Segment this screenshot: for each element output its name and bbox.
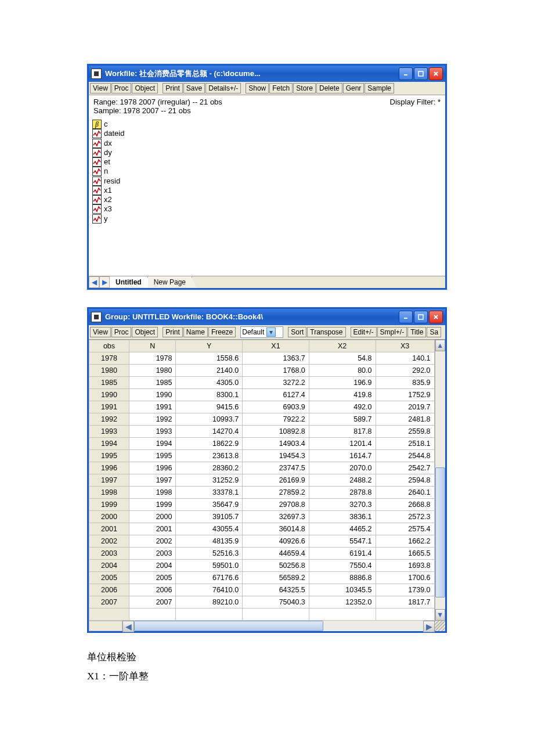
cell[interactable]: 14903.4: [243, 437, 309, 449]
cell[interactable]: 89210.0: [176, 596, 243, 608]
cell[interactable]: 1752.9: [376, 388, 434, 401]
cell[interactable]: 2572.3: [376, 510, 434, 523]
cell[interactable]: 1739.0: [376, 584, 434, 596]
horizontal-scrollbar[interactable]: ◀ ▶: [122, 621, 435, 631]
var-item-c[interactable]: βc: [92, 120, 442, 129]
cell[interactable]: 18622.9: [176, 437, 243, 449]
var-item-et[interactable]: et: [92, 157, 442, 167]
cell[interactable]: 1614.7: [309, 449, 376, 462]
cell[interactable]: 4465.2: [309, 523, 376, 535]
cell[interactable]: 1999: [129, 498, 176, 510]
cell[interactable]: 10892.8: [243, 425, 309, 437]
scroll-right-button[interactable]: ▶: [423, 621, 435, 632]
cell[interactable]: 2640.1: [376, 486, 434, 498]
scroll-track[interactable]: [435, 351, 445, 609]
titlebar[interactable]: Group: UNTITLED Workfile: BOOK4::Book4\: [89, 309, 445, 325]
cell[interactable]: 2003: [129, 547, 176, 559]
toolbar-name-button[interactable]: Name: [183, 327, 208, 337]
toolbar-sort-button[interactable]: Sort: [288, 327, 306, 337]
toolbar-show-button[interactable]: Show: [246, 83, 269, 93]
cell[interactable]: 1992: [129, 413, 176, 425]
toolbar-title-button[interactable]: Title: [407, 327, 426, 337]
cell[interactable]: 28360.2: [176, 462, 243, 474]
table-row[interactable]: 198519854305.03272.2196.9835.9: [89, 376, 435, 388]
table-row[interactable]: 2005200567176.656589.28886.81700.6: [89, 571, 435, 584]
toolbar-sample-button[interactable]: Sample: [365, 83, 394, 93]
cell[interactable]: 589.7: [309, 413, 376, 425]
toolbar-sa-button[interactable]: Sa: [427, 327, 441, 337]
cell[interactable]: 10993.7: [176, 413, 243, 425]
row-header[interactable]: 1996: [89, 462, 129, 474]
cell[interactable]: 2007: [129, 596, 176, 608]
cell[interactable]: 8886.8: [309, 571, 376, 584]
toolbar-store-button[interactable]: Store: [293, 83, 316, 93]
row-header[interactable]: 1978: [89, 352, 129, 364]
resize-grip[interactable]: [435, 621, 445, 631]
var-item-dateid[interactable]: dateid: [92, 129, 442, 138]
row-header[interactable]: 2001: [89, 523, 129, 535]
cell[interactable]: 1995: [129, 449, 176, 462]
col-header-n[interactable]: N: [129, 340, 176, 352]
cell[interactable]: 43055.4: [176, 523, 243, 535]
var-item-dy[interactable]: dy: [92, 148, 442, 157]
row-header[interactable]: 1994: [89, 437, 129, 449]
minimize-button[interactable]: [399, 67, 413, 80]
cell[interactable]: 3836.1: [309, 510, 376, 523]
cell[interactable]: 12352.0: [309, 596, 376, 608]
col-header-x1[interactable]: X1: [243, 340, 309, 352]
toolbar-proc-button[interactable]: Proc: [111, 327, 132, 337]
cell[interactable]: 1768.0: [243, 364, 309, 376]
col-header-obs[interactable]: obs: [89, 340, 129, 352]
cell[interactable]: 1978: [129, 352, 176, 364]
scroll-up-button[interactable]: ▲: [435, 340, 445, 351]
cell[interactable]: 1991: [129, 401, 176, 413]
cell[interactable]: 1665.5: [376, 547, 434, 559]
cell[interactable]: 6903.9: [243, 401, 309, 413]
row-header[interactable]: 2007: [89, 596, 129, 608]
cell[interactable]: 39105.7: [176, 510, 243, 523]
cell[interactable]: 2575.4: [376, 523, 434, 535]
cell[interactable]: 1201.4: [309, 437, 376, 449]
cell[interactable]: 23747.5: [243, 462, 309, 474]
cell[interactable]: 835.9: [376, 376, 434, 388]
cell[interactable]: 48135.9: [176, 535, 243, 547]
tab-prev-button[interactable]: ◀: [89, 276, 99, 288]
toolbar-view-button[interactable]: View: [90, 327, 111, 337]
table-row[interactable]: 2002200248135.940926.65547.11662.2: [89, 535, 435, 547]
table-row[interactable]: 1997199731252.926169.92488.22594.8: [89, 474, 435, 486]
cell[interactable]: 23613.8: [176, 449, 243, 462]
table-row[interactable]: 2007200789210.075040.312352.01817.7: [89, 596, 435, 608]
cell[interactable]: 2070.0: [309, 462, 376, 474]
cell[interactable]: 54.8: [309, 352, 376, 364]
row-header[interactable]: 2000: [89, 510, 129, 523]
cell[interactable]: 2481.8: [376, 413, 434, 425]
titlebar[interactable]: Workfile: 社会消费品零售总额 - (c:\docume...: [89, 66, 445, 82]
cell[interactable]: 196.9: [309, 376, 376, 388]
var-item-n[interactable]: n: [92, 167, 442, 176]
cell[interactable]: 2019.7: [376, 401, 434, 413]
toolbar-object-button[interactable]: Object: [132, 83, 158, 93]
tab-next-button[interactable]: ▶: [99, 276, 110, 288]
cell[interactable]: 140.1: [376, 352, 434, 364]
cell[interactable]: 50256.8: [243, 559, 309, 571]
cell[interactable]: 56589.2: [243, 571, 309, 584]
cell[interactable]: 80.0: [309, 364, 376, 376]
row-header[interactable]: 1998: [89, 486, 129, 498]
toolbar-save-button[interactable]: Save: [183, 83, 205, 93]
col-header-y[interactable]: Y: [176, 340, 243, 352]
view-select[interactable]: Default▾: [240, 326, 283, 338]
cell[interactable]: 1994: [129, 437, 176, 449]
cell[interactable]: 419.8: [309, 388, 376, 401]
table-row[interactable]: 1996199628360.223747.52070.02542.7: [89, 462, 435, 474]
cell[interactable]: 64325.5: [243, 584, 309, 596]
cell[interactable]: 35647.9: [176, 498, 243, 510]
table-row[interactable]: 2001200143055.436014.84465.22575.4: [89, 523, 435, 535]
cell[interactable]: 2002: [129, 535, 176, 547]
page-tab-untitled[interactable]: Untitled: [110, 276, 148, 287]
cell[interactable]: 67176.6: [176, 571, 243, 584]
cell[interactable]: 2518.1: [376, 437, 434, 449]
cell[interactable]: 26169.9: [243, 474, 309, 486]
row-header[interactable]: 1992: [89, 413, 129, 425]
row-header[interactable]: 1980: [89, 364, 129, 376]
table-row[interactable]: 1993199314270.410892.8817.82559.8: [89, 425, 435, 437]
